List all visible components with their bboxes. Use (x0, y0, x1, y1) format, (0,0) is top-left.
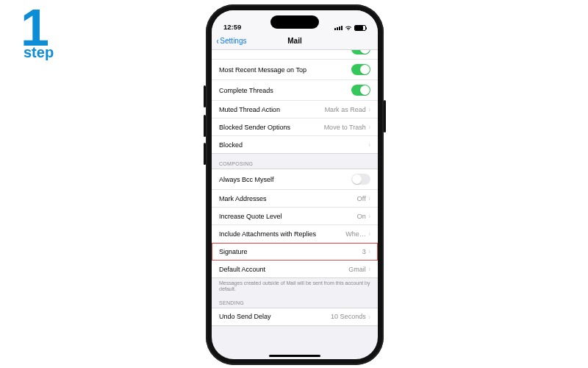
composing-header: Composing (212, 154, 378, 169)
sending-header: Sending (212, 293, 378, 308)
toggle-icon[interactable] (351, 174, 370, 185)
toggle-icon[interactable] (351, 64, 370, 75)
nav-bar: ‹ Settings Mail (212, 32, 378, 50)
row-mark-addresses[interactable]: Mark Addresses Off› (212, 190, 378, 208)
sending-list: Undo Send Delay 10 Seconds› (212, 308, 378, 326)
step-word: step (24, 44, 54, 61)
row-blocked[interactable]: Blocked › (212, 136, 378, 153)
dynamic-island (270, 15, 319, 29)
composing-list: Always Bcc Myself Mark Addresses Off› In… (212, 169, 378, 278)
back-button[interactable]: ‹ Settings (216, 36, 246, 46)
chevron-right-icon: › (368, 141, 370, 149)
row-recent-on-top[interactable]: Most Recent Message on Top (212, 60, 378, 80)
row-complete-threads[interactable]: Complete Threads (212, 80, 378, 101)
battery-icon (354, 25, 366, 31)
composing-footer: Messages created outside of Mail will be… (212, 278, 378, 293)
wifi-icon (345, 25, 352, 31)
threading-list: Most Recent Message on Top Complete Thre… (212, 50, 378, 154)
step-badge: 1 step (21, 7, 54, 61)
phone-screen: 12:59 ‹ Settings Mail Most (212, 10, 378, 359)
row-undo-send[interactable]: Undo Send Delay 10 Seconds› (212, 308, 378, 325)
back-label: Settings (220, 37, 246, 45)
row-muted-action[interactable]: Muted Thread Action Mark as Read› (212, 101, 378, 118)
row-quote-level[interactable]: Increase Quote Level On› (212, 208, 378, 225)
row-signature[interactable]: Signature 3› (212, 243, 378, 261)
nav-title: Mail (287, 37, 301, 45)
row-always-bcc[interactable]: Always Bcc Myself (212, 169, 378, 190)
chevron-left-icon: ‹ (217, 36, 219, 46)
scroll-content[interactable]: Most Recent Message on Top Complete Thre… (212, 50, 378, 359)
chevron-right-icon: › (368, 247, 370, 255)
chevron-right-icon: › (368, 194, 370, 202)
toggle-icon[interactable] (351, 85, 370, 96)
toggle-icon[interactable] (351, 50, 370, 54)
step-number: 1 (21, 7, 54, 49)
chevron-right-icon: › (368, 230, 370, 238)
chevron-right-icon: › (368, 313, 370, 321)
row-default-account[interactable]: Default Account Gmail› (212, 261, 378, 277)
chevron-right-icon: › (368, 212, 370, 220)
row-blocked-sender[interactable]: Blocked Sender Options Move to Trash› (212, 118, 378, 136)
chevron-right-icon: › (368, 123, 370, 131)
home-indicator[interactable] (269, 355, 320, 357)
status-time: 12:59 (223, 23, 241, 31)
chevron-right-icon: › (368, 265, 370, 273)
phone-frame: 12:59 ‹ Settings Mail Most (206, 4, 384, 365)
signal-icon (334, 26, 343, 30)
chevron-right-icon: › (368, 105, 370, 113)
row-partial-toggle[interactable] (212, 50, 378, 60)
row-include-attachments[interactable]: Include Attachments with Replies Whe…› (212, 225, 378, 243)
